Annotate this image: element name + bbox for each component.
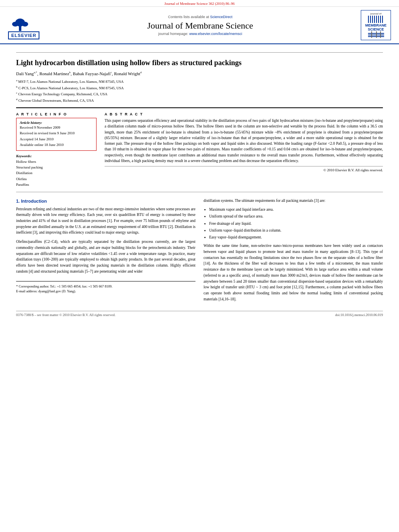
accepted-date: Accepted 14 June 2010	[20, 136, 93, 142]
footer-bar: 0376-7388/$ – see front matter © 2010 El…	[16, 311, 383, 317]
membrane-graphic	[368, 16, 384, 23]
citation-text: Journal of Membrane Science 362 (2010) 8…	[165, 2, 234, 6]
history-title: Article history:	[20, 121, 93, 125]
affil-1: a MST-7, Los Alamos National Laboratory,…	[16, 78, 383, 85]
svg-point-2	[12, 22, 19, 27]
publisher-header: ELSEVIER Contents lists available at Sci…	[0, 7, 399, 44]
homepage-url[interactable]: www.elsevier.com/locate/memsci	[189, 32, 242, 36]
body-right-col: distillation systems. The ultimate requi…	[204, 198, 383, 306]
journal-logo-right: journal of MEMBRANESCIENCE	[361, 10, 391, 40]
logo-main-text: MEMBRANESCIENCE	[365, 24, 387, 32]
journal-citation-bar: Journal of Membrane Science 362 (2010) 8…	[0, 0, 399, 7]
svg-rect-7	[371, 31, 372, 38]
copyright-line: © 2010 Elsevier B.V. All rights reserved…	[105, 166, 383, 172]
right-para-2: Within the same time frame, non-selectiv…	[204, 243, 383, 302]
available-date: Available online 18 June 2010	[20, 142, 93, 148]
article-history: Received 9 November 2009 Received in rev…	[20, 125, 93, 148]
affil-2: b C-PCS, Los Alamos National Laboratory,…	[16, 85, 383, 91]
intro-para-1: Petroleum refining and chemical industri…	[16, 206, 195, 236]
abstract-section: A B S T R A C T This paper compares sepa…	[105, 112, 383, 184]
article-info-abstract: A R T I C L E I N F O Article history: R…	[16, 112, 383, 188]
bullet-5: Easy vapor–liquid disengagement.	[209, 234, 383, 240]
bullet-1: Maximum vapor and liquid interface area.	[209, 207, 383, 213]
packing-requirements-list: Maximum vapor and liquid interface area.…	[209, 207, 383, 240]
keyword-5: Paraffins	[16, 182, 97, 187]
svg-rect-8	[376, 31, 377, 38]
article-info-column: A R T I C L E I N F O Article history: R…	[16, 112, 97, 188]
keyword-2: Structural packing	[16, 164, 97, 170]
article-info-label: A R T I C L E I N F O	[16, 112, 97, 116]
revised-date: Received in revised form 9 June 2010	[20, 130, 93, 136]
svg-rect-9	[380, 31, 381, 38]
footnote-corresponding: * Corresponding author. Tel.: +1 505 665…	[16, 284, 195, 289]
logo-top-text: journal of	[370, 12, 381, 15]
paper-content: Light hydrocarbon distillation using hol…	[0, 44, 399, 325]
contents-line: Contents lists available at ScienceDirec…	[39, 15, 361, 19]
abstract-label: A B S T R A C T	[105, 112, 383, 116]
svg-point-3	[22, 22, 28, 27]
journal-header-center: Contents lists available at ScienceDirec…	[39, 15, 361, 36]
affil-4: d Chevron Global Downstream, Richmond, C…	[16, 97, 383, 104]
journal-homepage: journal homepage: www.elsevier.com/locat…	[39, 32, 361, 36]
paper-title: Light hydrocarbon distillation using hol…	[16, 58, 383, 68]
logo-bottom-graphic	[368, 31, 384, 38]
bullet-3: Free drainage of any liquid.	[209, 221, 383, 227]
keywords-title: Keywords:	[16, 154, 97, 158]
top-rule	[16, 52, 383, 53]
journal-title: Journal of Membrane Science	[39, 21, 361, 31]
sciencedirect-link[interactable]: ScienceDirect	[210, 15, 232, 19]
affiliations: a MST-7, Los Alamos National Laboratory,…	[16, 78, 383, 103]
elsevier-tree-icon	[8, 11, 32, 31]
keywords-section: Keywords: Hollow fibers Structural packi…	[16, 154, 97, 188]
bullet-2: Uniform spread of the surface area.	[209, 214, 383, 220]
article-rule-top	[16, 107, 383, 108]
intro-para-2: Olefins/paraffins (C2–C4), which are typ…	[16, 239, 195, 274]
footnotes: * Corresponding author. Tel.: +1 505 665…	[16, 281, 195, 294]
received-date: Received 9 November 2009	[20, 125, 93, 130]
body-intro: 1. Introduction Petroleum refining and c…	[16, 198, 383, 306]
footnote-email: E-mail address: dyang@lanl.gov (D. Yang)…	[16, 289, 195, 294]
bullet-4: Uniform vapor–liquid distribution in a c…	[209, 228, 383, 234]
elsevier-logo-area: ELSEVIER	[8, 11, 39, 39]
keyword-4: Olefins	[16, 176, 97, 182]
abstract-text: This paper compares separation efficienc…	[105, 118, 383, 164]
article-history-box: Article history: Received 9 November 200…	[16, 118, 97, 151]
authors-line: Dali Yanga,*, Ronald Martinezb, Babak Fa…	[16, 71, 383, 76]
body-rule-top	[16, 192, 383, 192]
keyword-1: Hollow fibers	[16, 159, 97, 164]
keywords-list: Hollow fibers Structural packing Distill…	[16, 159, 97, 188]
body-left-col: 1. Introduction Petroleum refining and c…	[16, 198, 195, 306]
intro-heading: 1. Introduction	[16, 198, 195, 205]
elsevier-logo-box: ELSEVIER	[8, 31, 39, 39]
footer-issn: 0376-7388/$ – see front matter © 2010 El…	[16, 313, 115, 317]
right-para-1: distillation systems. The ultimate requi…	[204, 198, 383, 204]
footer-doi: doi:10.1016/j.memsci.2010.06.019	[335, 313, 383, 317]
keyword-3: Distillation	[16, 170, 97, 176]
affil-3: c Chevron Energy Technology Company, Ric…	[16, 91, 383, 97]
